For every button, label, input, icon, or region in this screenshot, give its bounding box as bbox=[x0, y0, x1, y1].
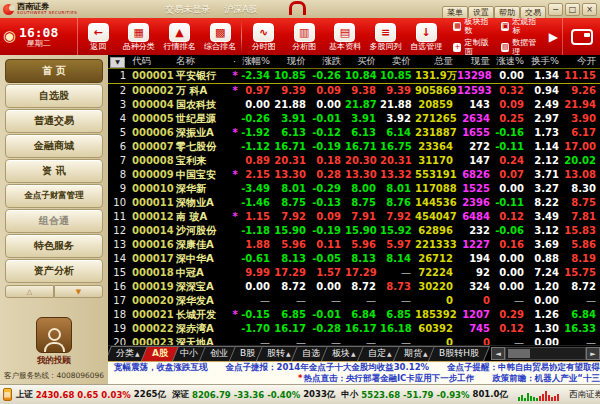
column-header[interactable]: 卖价 bbox=[380, 55, 415, 69]
cell-volume: 20859 bbox=[415, 98, 457, 112]
column-header[interactable]: 涨跌 bbox=[310, 55, 345, 69]
table-row[interactable]: 5000006深振业A*-1.926.13-0.126.136.14231887… bbox=[108, 126, 600, 140]
toolbar-button-analysis-chart[interactable]: ▥分析图 bbox=[284, 18, 325, 55]
stock-name: 深振业A bbox=[174, 126, 230, 140]
toolbar-more-button[interactable]: ▶ bbox=[545, 18, 562, 55]
table-row[interactable]: 3000004国农科技0.0021.880.0021.8721.88208591… bbox=[108, 98, 600, 112]
tab-a-share[interactable]: A股 bbox=[141, 346, 179, 361]
cell-pct_chg: -0.15 bbox=[240, 308, 274, 322]
index-shanghai[interactable]: 上证2430.680.650.03%2265亿 bbox=[16, 389, 166, 401]
table-row[interactable]: 7000008宝利来0.8920.310.1820.3020.313117014… bbox=[108, 154, 600, 168]
tab-scroll-right[interactable]: ► bbox=[586, 347, 600, 360]
index-shenzhen[interactable]: 深证8206.79-33.36-0.40%2033亿 bbox=[172, 389, 335, 401]
toolbar-button-intraday-chart[interactable]: ∿分时图 bbox=[243, 18, 284, 55]
table-row[interactable]: 15000018中冠A9.9917.291.5717.29—72224920.0… bbox=[108, 266, 600, 280]
column-header[interactable]: 涨幅% bbox=[240, 55, 274, 69]
minimize-button[interactable]: − bbox=[548, 3, 563, 16]
advisor-avatar[interactable] bbox=[36, 317, 72, 353]
table-row[interactable]: 10000011深物业A-1.468.75-0.138.758.76144536… bbox=[108, 196, 600, 210]
close-button[interactable]: × bbox=[582, 3, 597, 16]
column-header[interactable]: · bbox=[230, 55, 240, 69]
table-row[interactable]: 16000019深深宝A0.008.720.008.728.7330220324… bbox=[108, 280, 600, 294]
column-header[interactable]: 现价 bbox=[274, 55, 310, 69]
table-row[interactable]: 14000017深中华A-0.618.13-0.058.138.14267121… bbox=[108, 252, 600, 266]
trend-bar bbox=[542, 394, 544, 401]
table-row[interactable]: 2000002万 科A*0.979.390.099.389.3990586912… bbox=[108, 84, 600, 99]
cell-ask: 6.14 bbox=[380, 126, 415, 140]
toolbar-button-watchlist-manage[interactable]: ↓自选管理 bbox=[406, 18, 447, 55]
toolbar-button-data-manage[interactable]: ▧数据管理 bbox=[501, 38, 541, 56]
divider bbox=[448, 20, 449, 53]
table-row[interactable]: 9000010深华新-3.498.01-0.298.008.0111708815… bbox=[108, 182, 600, 196]
table-row[interactable]: 20000023深天地A—————00—0.00— bbox=[108, 336, 600, 345]
row-number: 6 bbox=[108, 140, 130, 154]
table-row[interactable]: 12000014沙河股份-1.1815.90-0.1915.9015.92628… bbox=[108, 224, 600, 238]
toolbar-button-fundamentals[interactable]: ▤基本资料 bbox=[325, 18, 366, 55]
sidebar-scroll-up[interactable]: △ bbox=[5, 285, 54, 298]
tab-label: A股 bbox=[151, 348, 167, 361]
table-row[interactable]: 17000020深华发A—————00—0.00— bbox=[108, 294, 600, 308]
table-row[interactable]: 19000022深赤湾A-1.7016.17-0.2816.1716.18603… bbox=[108, 322, 600, 336]
tab-b-to-h[interactable]: B股转H股 bbox=[428, 346, 490, 361]
maximize-button[interactable]: □ bbox=[565, 3, 580, 16]
sidebar-item-portfolio[interactable]: 组合通 bbox=[5, 209, 103, 233]
table-row[interactable]: 11000012南 玻A*1.157.920.097.917.924540476… bbox=[108, 210, 600, 224]
panel-toggle-button[interactable] bbox=[562, 18, 600, 55]
toolbar-button-back[interactable]: ←返回 bbox=[78, 18, 119, 55]
column-header[interactable]: 换手% bbox=[528, 55, 563, 69]
table-row[interactable]: 8000009中国宝安*2.1513.300.2813.3013.3255319… bbox=[108, 168, 600, 182]
column-header[interactable]: 名称 bbox=[174, 55, 230, 69]
brand-subtext: SOUTHWEST SECURITIES bbox=[17, 11, 77, 15]
tab-scroll-track[interactable] bbox=[505, 347, 586, 360]
cell-open: 5.86 bbox=[563, 238, 600, 252]
cell-speed: 0.00 bbox=[494, 69, 528, 84]
sidebar-item-trading[interactable]: 普通交易 bbox=[5, 109, 103, 133]
cell-chg: -0.29 bbox=[310, 182, 345, 196]
column-header[interactable]: 涨速% bbox=[494, 55, 528, 69]
plus-icon: + bbox=[453, 43, 461, 52]
table-row[interactable]: 6000007零七股份-1.1216.71-0.1916.7116.752336… bbox=[108, 140, 600, 154]
column-header[interactable]: 代码 bbox=[130, 55, 174, 69]
sidebar-item-asset-analysis[interactable]: 资产分析 bbox=[5, 259, 103, 283]
toolbar-button-multi-stock[interactable]: ≡多股同列 bbox=[365, 18, 406, 55]
tab-scroll-left[interactable]: ◄ bbox=[491, 347, 505, 360]
table-row[interactable]: 4000005世纪星源-0.263.91-0.013.913.922712652… bbox=[108, 112, 600, 126]
sidebar-scroll-down[interactable]: ▼ bbox=[54, 285, 103, 298]
toolbar-button-sector-index[interactable]: ▦板块指数 bbox=[453, 17, 493, 35]
sidebar-item-mall[interactable]: 金融商城 bbox=[5, 134, 103, 158]
column-header[interactable]: 现量 bbox=[457, 55, 494, 69]
sun-icon: ◉ bbox=[3, 29, 16, 44]
cell-bid: 6.13 bbox=[345, 126, 380, 140]
sidebar-item-services[interactable]: 特色服务 bbox=[5, 234, 103, 258]
table-row[interactable]: 18000021长城开发*-0.156.85-0.016.846.8518539… bbox=[108, 308, 600, 322]
cell-cur_vol: 147 bbox=[457, 154, 494, 168]
ranking-icon: ▲ bbox=[169, 23, 190, 42]
cell-chg: 0.00 bbox=[310, 280, 345, 294]
cell-ask: 9.39 bbox=[380, 84, 415, 99]
table-header: ▼代码名称·涨幅%现价涨跌买价卖价总量现量涨速%换手%今开 bbox=[108, 55, 600, 69]
trend-bar bbox=[527, 393, 529, 401]
index-change: 0.65 bbox=[77, 390, 98, 400]
sidebar-item-home[interactable]: 首 页 bbox=[5, 59, 103, 83]
toolbar-button-composite-ranking[interactable]: ▩综合排名 bbox=[200, 18, 241, 55]
sidebar-item-watchlist[interactable]: 自选股 bbox=[5, 84, 103, 108]
stock-name: 深华发A bbox=[174, 294, 230, 308]
sidebar-item-news[interactable]: 资 讯 bbox=[5, 159, 103, 183]
column-header[interactable]: 今开 bbox=[563, 55, 600, 69]
toolbar-button-custom-layout[interactable]: +定制版面 bbox=[453, 38, 493, 56]
cell-price: 8.01 bbox=[274, 182, 310, 196]
column-header[interactable]: 总量 bbox=[415, 55, 457, 69]
sidebar-item-wealth[interactable]: 金点子财富管理 bbox=[5, 184, 103, 208]
table-row[interactable]: 1000001平安银行*-2.3410.85-0.2610.8410.85131… bbox=[108, 69, 600, 84]
table-row[interactable]: 13000016深康佳A1.885.960.115.965.9722133312… bbox=[108, 238, 600, 252]
status-app-icon[interactable]: ▤ bbox=[3, 388, 12, 401]
toolbar-button-category[interactable]: ▦品种分类 bbox=[118, 18, 159, 55]
index-sme[interactable]: 中小5523.68-51.79-0.93%801.0亿 bbox=[341, 389, 508, 401]
column-header[interactable]: 买价 bbox=[345, 55, 380, 69]
corner-filter-button[interactable]: ▼ bbox=[108, 55, 130, 69]
tab-scroll-thumb[interactable] bbox=[508, 349, 530, 358]
toolbar-button-macro-indicator[interactable]: ▣宏观指标 bbox=[501, 17, 541, 35]
cell-price: 16.71 bbox=[274, 140, 310, 154]
cell-open: 6.17 bbox=[563, 126, 600, 140]
toolbar-button-ranking[interactable]: ▲行情排名 bbox=[159, 18, 200, 55]
